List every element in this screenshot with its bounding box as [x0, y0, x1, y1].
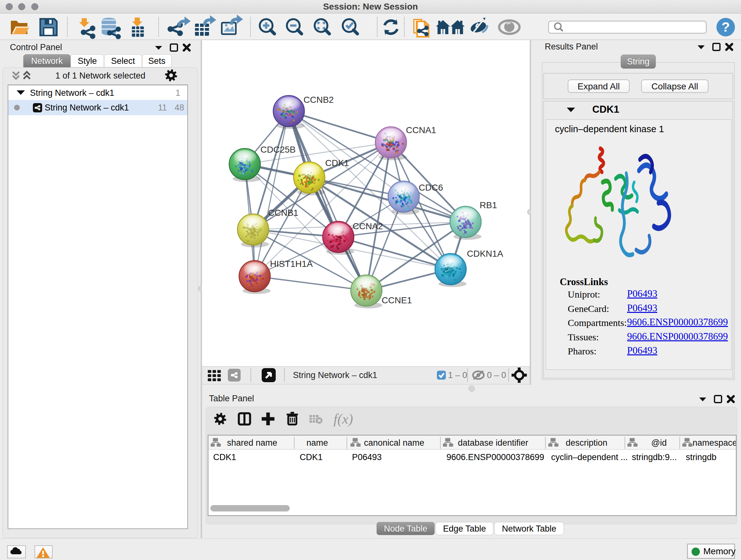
svg-text:CDC6: CDC6	[419, 183, 443, 192]
svg-text:database identifier: database identifier	[458, 438, 529, 448]
svg-text:canonical name: canonical name	[364, 438, 424, 448]
svg-text:CCNA2: CCNA2	[353, 221, 383, 231]
svg-text:CDK1: CDK1	[325, 158, 349, 168]
svg-text:HIST1H1A: HIST1H1A	[270, 259, 313, 269]
svg-text:CCNE1: CCNE1	[382, 295, 412, 305]
svg-text:CCNB2: CCNB2	[304, 95, 334, 105]
svg-text:description: description	[566, 438, 608, 448]
svg-text:CDC25B: CDC25B	[260, 145, 295, 154]
svg-text:namespace: namespace	[692, 438, 736, 448]
svg-text:name: name	[307, 438, 328, 448]
svg-text:shared name: shared name	[227, 438, 277, 448]
svg-text:f(x): f(x)	[333, 411, 353, 427]
svg-text:@id: @id	[651, 438, 667, 448]
svg-text:CCNA1: CCNA1	[406, 125, 436, 135]
svg-text:?: ?	[722, 19, 730, 35]
svg-text:RB1: RB1	[480, 200, 497, 210]
svg-text:CCNB1: CCNB1	[268, 208, 298, 218]
svg-text:CDKN1A: CDKN1A	[467, 249, 503, 259]
